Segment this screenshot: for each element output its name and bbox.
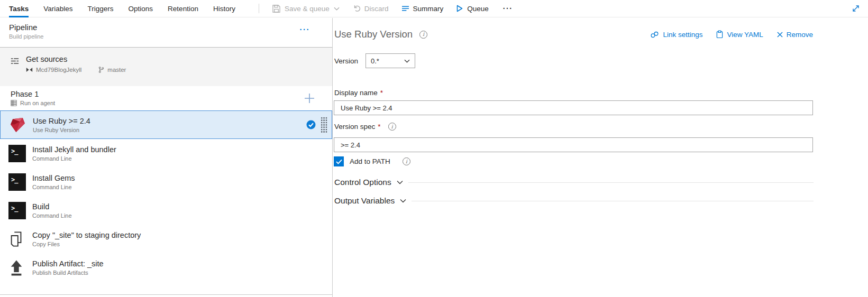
- info-icon[interactable]: [419, 31, 427, 39]
- save-icon: [272, 5, 280, 13]
- display-name-input[interactable]: [334, 100, 813, 115]
- info-icon[interactable]: [403, 157, 410, 165]
- task-list-bottom-divider: [0, 294, 332, 295]
- view-yaml-button[interactable]: View YAML: [716, 30, 763, 39]
- task-row-install-gems[interactable]: >_ Install Gems Command Line: [0, 168, 332, 196]
- task-subtitle: Command Line: [32, 155, 116, 162]
- chevron-down-icon: [334, 7, 340, 11]
- display-name-label: Display name: [334, 89, 378, 97]
- undo-icon: [353, 5, 360, 12]
- pipeline-toolbar: Tasks Variables Triggers Options Retenti…: [0, 0, 868, 17]
- phase-subtitle: Run on agent: [20, 100, 55, 106]
- play-icon: [456, 5, 463, 12]
- task-title: Build: [32, 202, 72, 211]
- add-to-path-checkbox[interactable]: [334, 156, 344, 166]
- upload-icon: [8, 259, 26, 276]
- task-row-install-jekyll[interactable]: >_ Install Jekyll and bundler Command Li…: [0, 139, 332, 168]
- pipeline-header: Pipeline Build pipeline ···: [0, 18, 332, 47]
- task-editor-panel: Use Ruby Version Link settings View YAML: [333, 18, 868, 297]
- task-row-use-ruby[interactable]: Use Ruby >= 2.4 Use Ruby Version: [0, 110, 332, 139]
- tab-retention[interactable]: Retention: [168, 0, 198, 17]
- task-subtitle: Use Ruby Version: [33, 127, 90, 133]
- required-asterisk: *: [380, 89, 383, 97]
- remove-task-button[interactable]: Remove: [777, 30, 813, 39]
- version-spec-input[interactable]: [334, 137, 813, 152]
- terminal-icon: >_: [8, 173, 26, 191]
- toolbar-more-button[interactable]: ···: [503, 0, 513, 17]
- info-icon[interactable]: [388, 123, 396, 131]
- get-sources-row[interactable]: Get sources Mcd79BlogJekyll master: [0, 47, 332, 86]
- task-title: Install Jekyll and bundler: [32, 145, 116, 154]
- task-subtitle: Command Line: [32, 212, 72, 219]
- section-divider: [408, 182, 814, 183]
- output-variables-section-toggle[interactable]: Output Variables: [334, 196, 395, 206]
- summary-list-icon: [402, 5, 409, 12]
- version-label: Version: [334, 57, 358, 65]
- pipeline-subtitle: Build pipeline: [9, 33, 332, 40]
- fullscreen-expand-icon[interactable]: [852, 0, 860, 17]
- clipboard-icon: [716, 30, 723, 39]
- chevron-down-icon: [404, 59, 410, 63]
- section-divider: [412, 201, 814, 201]
- link-icon: [650, 31, 659, 38]
- chevron-down-icon: [400, 199, 406, 203]
- terminal-icon: >_: [8, 202, 26, 219]
- required-asterisk: *: [378, 123, 380, 131]
- task-subtitle: Command Line: [32, 184, 75, 190]
- task-valid-check-icon: [306, 120, 316, 129]
- task-row-copy-site[interactable]: Copy "_site" to staging directory Copy F…: [0, 225, 332, 253]
- task-editor-title: Use Ruby Version: [334, 29, 413, 40]
- queue-button[interactable]: Queue: [456, 0, 489, 17]
- toolbar-tabs: Tasks Variables Triggers Options Retenti…: [0, 0, 250, 17]
- task-row-publish-artifact[interactable]: Publish Artifact: _site Publish Build Ar…: [0, 253, 332, 282]
- branch-name: master: [107, 67, 126, 73]
- task-title: Publish Artifact: _site: [32, 259, 104, 268]
- tab-variables[interactable]: Variables: [43, 0, 72, 17]
- task-title: Copy "_site" to staging directory: [32, 230, 141, 240]
- sources-list-icon: [11, 57, 19, 86]
- control-options-section-toggle[interactable]: Control Options: [334, 178, 391, 187]
- agent-icon: [11, 100, 17, 106]
- add-to-path-label: Add to PATH: [350, 157, 390, 165]
- pipeline-task-list-panel: Pipeline Build pipeline ··· Get sources …: [0, 18, 332, 297]
- save-and-queue-button[interactable]: Save & queue: [272, 0, 340, 17]
- discard-button[interactable]: Discard: [353, 0, 389, 17]
- pipeline-more-button[interactable]: ···: [300, 25, 310, 34]
- azure-repos-bowtie-icon: [26, 67, 33, 72]
- tab-history[interactable]: History: [213, 0, 235, 17]
- toolbar-divider: [259, 4, 259, 13]
- tab-tasks[interactable]: Tasks: [9, 0, 29, 17]
- summary-button[interactable]: Summary: [402, 0, 444, 17]
- task-title: Use Ruby >= 2.4: [33, 116, 90, 126]
- link-settings-button[interactable]: Link settings: [650, 30, 702, 39]
- get-sources-title: Get sources: [26, 55, 126, 63]
- repo-name: Mcd79BlogJekyll: [36, 67, 81, 73]
- pipeline-title: Pipeline: [9, 23, 332, 32]
- terminal-icon: >_: [8, 145, 26, 162]
- ruby-gem-icon: [9, 116, 26, 134]
- task-row-build[interactable]: >_ Build Command Line: [0, 196, 332, 225]
- task-subtitle: Copy Files: [32, 241, 141, 247]
- version-spec-label: Version spec: [334, 123, 375, 131]
- copy-files-icon: [8, 230, 26, 248]
- add-task-button[interactable]: [304, 93, 315, 104]
- task-title: Install Gems: [32, 173, 75, 183]
- tab-options[interactable]: Options: [129, 0, 153, 17]
- task-subtitle: Publish Build Artifacts: [32, 270, 104, 276]
- version-select[interactable]: 0.*: [366, 53, 415, 68]
- drag-handle[interactable]: [321, 117, 327, 133]
- tab-triggers[interactable]: Triggers: [88, 0, 114, 17]
- phase-row[interactable]: Phase 1 Run on agent: [0, 86, 332, 110]
- close-icon: [777, 32, 783, 38]
- branch-icon: [98, 66, 104, 73]
- chevron-down-icon: [397, 180, 403, 184]
- phase-title: Phase 1: [11, 90, 332, 98]
